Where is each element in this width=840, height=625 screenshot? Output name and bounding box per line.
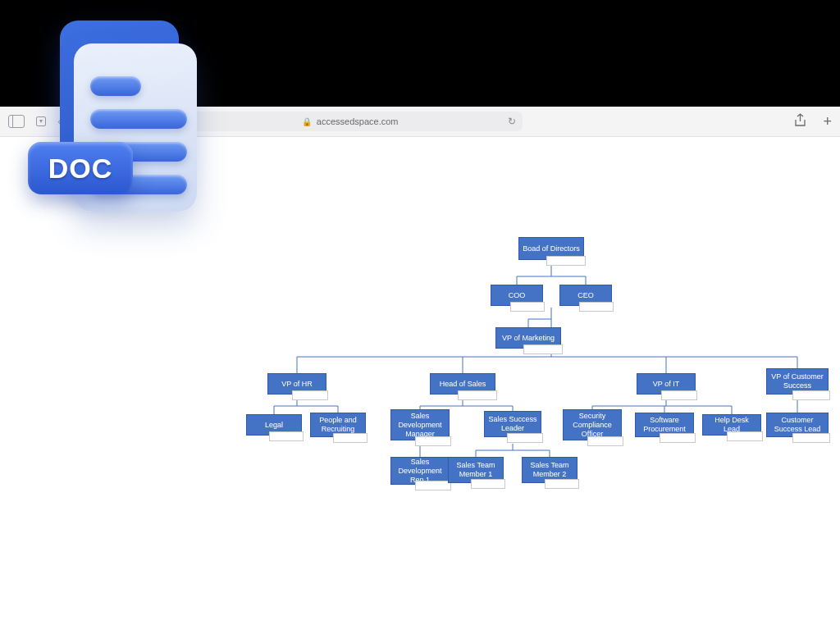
org-label: Security Compliance Officer — [567, 412, 618, 439]
org-node-people-recruiting[interactable]: People and Recruiting — [310, 413, 366, 437]
org-label: VP of IT — [653, 380, 679, 389]
org-node-vp-marketing[interactable]: VP of Marketing — [495, 327, 561, 349]
org-node-stm2[interactable]: Sales Team Member 2 — [522, 457, 578, 483]
org-node-vp-cs[interactable]: VP of Customer Success — [766, 368, 829, 395]
address-bar[interactable]: 🔒 accessedspace.com ↻ — [178, 112, 523, 131]
org-node-coo[interactable]: COO — [491, 285, 543, 306]
org-label: Sales Team Member 2 — [526, 461, 573, 479]
org-label: Sales Success Leader — [488, 415, 537, 433]
org-node-sco[interactable]: Security Compliance Officer — [563, 409, 622, 440]
doc-file-icon: DOC — [15, 12, 197, 234]
org-node-stm1[interactable]: Sales Team Member 1 — [448, 457, 504, 483]
org-node-helpdesk[interactable]: Help Desk Lead — [702, 414, 761, 436]
doc-badge-label: DOC — [28, 142, 133, 194]
new-tab-icon[interactable]: + — [823, 113, 832, 130]
org-node-board[interactable]: Boad of Directors — [518, 237, 584, 260]
org-label: VP of Customer Success — [770, 372, 824, 390]
org-node-vp-it[interactable]: VP of IT — [637, 373, 696, 395]
share-icon[interactable] — [794, 113, 806, 130]
org-node-sdr1[interactable]: Sales Development Rep 1 — [390, 457, 450, 485]
org-node-ssl[interactable]: Sales Success Leader — [484, 411, 541, 437]
address-text: accessedspace.com — [317, 116, 399, 126]
org-label: Sales Development Manager — [395, 412, 445, 439]
org-node-vp-hr[interactable]: VP of HR — [267, 373, 326, 395]
org-label: Software Procurement — [639, 416, 690, 434]
org-node-sdm[interactable]: Sales Development Manager — [390, 409, 450, 440]
org-node-sw-procurement[interactable]: Software Procurement — [635, 413, 694, 437]
org-label: People and Recruiting — [314, 416, 362, 434]
org-label: Sales Team Member 1 — [452, 461, 500, 479]
org-label: Legal — [265, 421, 283, 430]
org-label: COO — [509, 291, 526, 300]
org-node-legal[interactable]: Legal — [246, 414, 302, 436]
org-label: Boad of Directors — [523, 244, 580, 253]
org-node-cs-lead[interactable]: Customer Success Lead — [766, 413, 829, 437]
org-label: VP of Marketing — [502, 334, 555, 343]
org-node-ceo[interactable]: CEO — [559, 285, 612, 306]
org-node-head-sales[interactable]: Head of Sales — [430, 373, 495, 395]
org-label: CEO — [578, 291, 594, 300]
lock-icon: 🔒 — [302, 117, 312, 126]
org-label: Head of Sales — [440, 380, 486, 389]
org-label: VP of HR — [281, 380, 312, 389]
reload-icon[interactable]: ↻ — [508, 116, 516, 127]
org-label: Customer Success Lead — [770, 416, 824, 434]
